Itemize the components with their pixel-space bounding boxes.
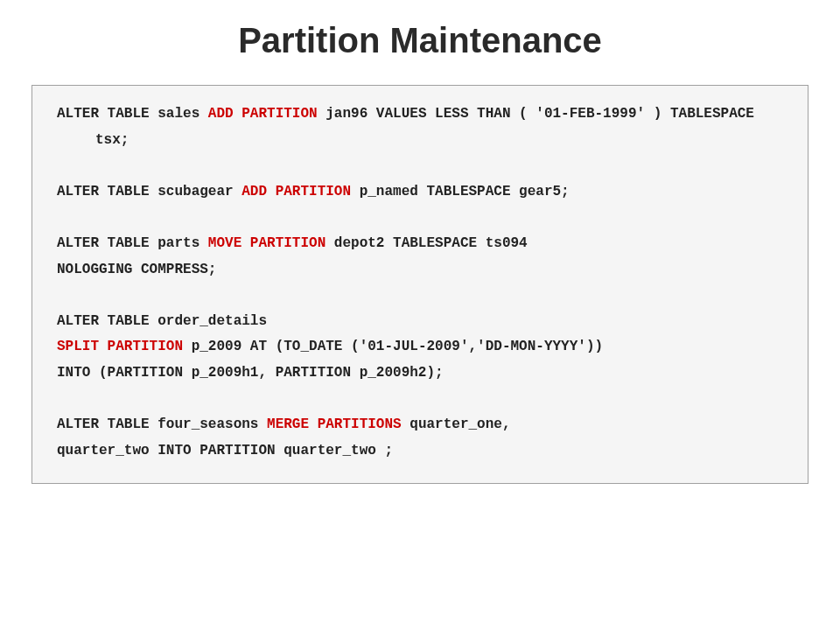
code-text: NOLOGGING COMPRESS;: [57, 262, 216, 277]
code-text: quarter_one,: [402, 416, 511, 432]
code-line: ALTER TABLE parts MOVE PARTITION depot2 …: [57, 231, 783, 257]
code-line: SPLIT PARTITION p_2009 AT (TO_DATE ('01-…: [57, 334, 783, 360]
code-text: p_named TABLESPACE gear5;: [351, 184, 570, 200]
code-text: ALTER TABLE order_details: [57, 313, 267, 329]
code-text: ALTER TABLE four_seasons: [57, 416, 267, 432]
code-text: ALTER TABLE parts: [57, 235, 208, 251]
code-text: ALTER TABLE sales: [57, 106, 208, 122]
slide-title: Partition Maintenance: [32, 21, 808, 60]
code-line: NOLOGGING COMPRESS;: [57, 257, 783, 284]
code-text: quarter_two INTO PARTITION quarter_two ;: [57, 443, 393, 458]
slide: Partition Maintenance ALTER TABLE sales …: [0, 0, 840, 630]
code-line: ALTER TABLE scubagear ADD PARTITION p_na…: [57, 179, 783, 206]
code-block: ALTER TABLE sales ADD PARTITION jan96 VA…: [32, 85, 808, 484]
code-line: ALTER TABLE four_seasons MERGE PARTITION…: [57, 412, 783, 438]
code-text: p_2009 AT (TO_DATE ('01-JUL-2009','DD-MO…: [183, 339, 603, 354]
code-blank-line: [57, 153, 783, 179]
code-line: ALTER TABLE order_details: [57, 309, 783, 335]
code-blank-line: [57, 387, 783, 413]
code-blank-line: [57, 283, 783, 309]
code-text: depot2 TABLESPACE ts094: [326, 235, 527, 251]
keyword-split-partition: SPLIT PARTITION: [57, 339, 183, 354]
keyword-add-partition: ADD PARTITION: [242, 184, 351, 200]
code-text: ALTER TABLE scubagear: [57, 184, 242, 200]
code-text: INTO (PARTITION p_2009h1, PARTITION p_20…: [57, 365, 444, 381]
code-line: ALTER TABLE sales ADD PARTITION jan96 VA…: [57, 102, 783, 153]
keyword-add-partition: ADD PARTITION: [208, 106, 318, 122]
keyword-merge-partitions: MERGE PARTITIONS: [267, 416, 402, 432]
code-line: INTO (PARTITION p_2009h1, PARTITION p_20…: [57, 360, 783, 387]
code-line: quarter_two INTO PARTITION quarter_two ;: [57, 438, 783, 465]
keyword-move-partition: MOVE PARTITION: [208, 235, 326, 251]
code-blank-line: [57, 205, 783, 231]
